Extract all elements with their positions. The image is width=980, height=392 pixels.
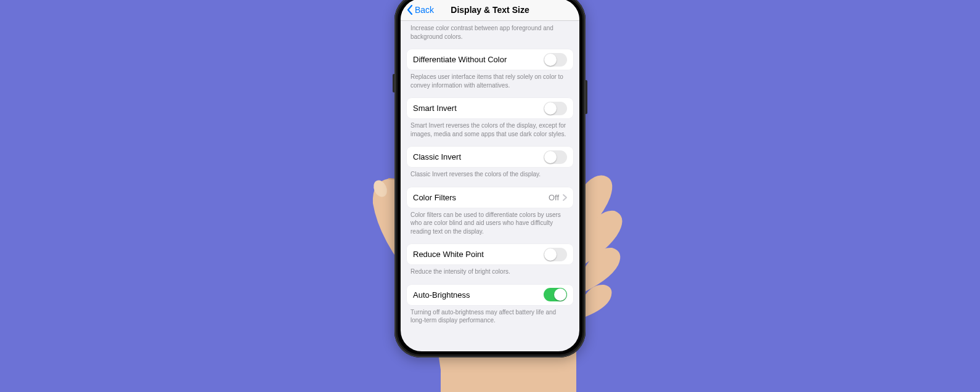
toggle-reduce-white-point[interactable]	[544, 248, 567, 261]
auto-brightness-footer: Turning off auto-brightness may affect b…	[407, 305, 573, 331]
smart-invert-footer: Smart Invert reverses the colors of the …	[407, 118, 573, 144]
chevron-right-icon	[563, 194, 567, 201]
toggle-classic-invert[interactable]	[544, 150, 567, 164]
row-color-filters[interactable]: Color Filters Off	[407, 187, 573, 208]
toggle-auto-brightness[interactable]	[544, 288, 567, 301]
row-label: Color Filters	[413, 193, 456, 202]
reduce-white-point-footer: Reduce the intensity of bright colors.	[407, 264, 573, 282]
phone-screen: Back Display & Text Size Increase color …	[401, 0, 579, 351]
row-label: Smart Invert	[413, 104, 457, 113]
row-smart-invert[interactable]: Smart Invert	[407, 98, 573, 118]
toggle-smart-invert[interactable]	[544, 102, 567, 115]
increase-contrast-footer: Increase color contrast between app fore…	[407, 21, 573, 47]
row-classic-invert[interactable]: Classic Invert	[407, 147, 573, 167]
navigation-bar: Back Display & Text Size	[401, 0, 579, 21]
row-label: Differentiate Without Color	[413, 55, 507, 64]
back-label: Back	[415, 5, 434, 15]
color-filters-value: Off	[549, 193, 559, 202]
row-label: Reduce White Point	[413, 250, 484, 259]
classic-invert-footer: Classic Invert reverses the colors of th…	[407, 167, 573, 185]
svg-point-0	[371, 178, 390, 199]
toggle-differentiate-without-color[interactable]	[544, 53, 567, 67]
chevron-left-icon	[407, 5, 413, 15]
row-label: Auto-Brightness	[413, 290, 470, 300]
color-filters-footer: Color filters can be used to differentia…	[407, 208, 573, 242]
settings-content: Increase color contrast between app fore…	[401, 21, 579, 343]
row-auto-brightness[interactable]: Auto-Brightness	[407, 285, 573, 305]
row-reduce-white-point[interactable]: Reduce White Point	[407, 244, 573, 264]
phone-frame: Back Display & Text Size Increase color …	[394, 0, 586, 357]
back-button[interactable]: Back	[407, 5, 434, 15]
differentiate-footer: Replaces user interface items that rely …	[407, 70, 573, 96]
row-label: Classic Invert	[413, 152, 461, 161]
row-differentiate-without-color[interactable]: Differentiate Without Color	[407, 49, 573, 70]
